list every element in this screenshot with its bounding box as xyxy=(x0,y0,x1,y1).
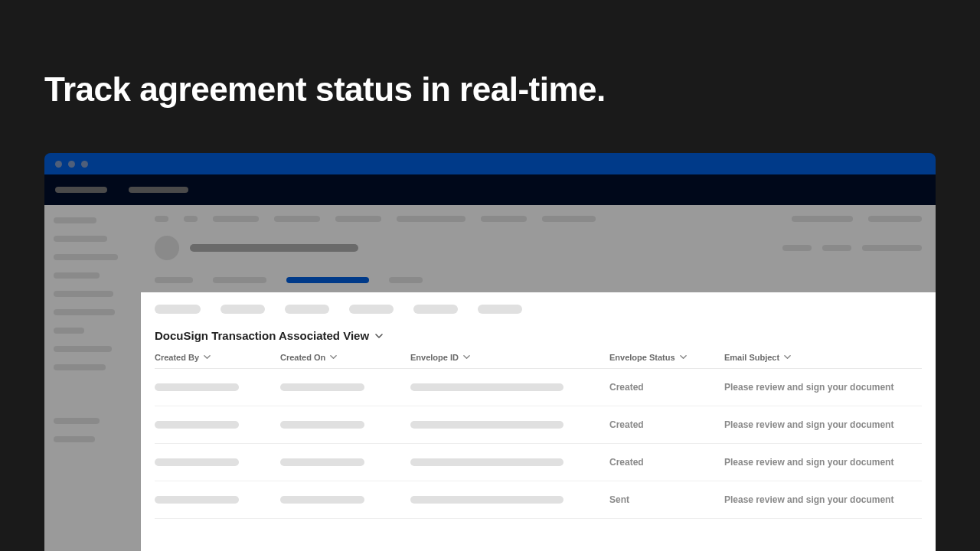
sidebar-item[interactable] xyxy=(54,236,107,242)
page-headline: Track agreement status in real-time. xyxy=(0,0,980,109)
sidebar-item[interactable] xyxy=(54,346,112,352)
breadcrumb-item[interactable] xyxy=(274,216,320,222)
breadcrumb-item[interactable] xyxy=(397,216,466,222)
cell-subject: Please review and sign your document xyxy=(724,457,922,468)
app-bar-item[interactable] xyxy=(129,187,188,193)
col-label: Envelope ID xyxy=(410,353,459,362)
col-header-created-on[interactable]: Created On xyxy=(280,353,410,362)
minimize-icon[interactable] xyxy=(68,161,75,168)
col-header-created-by[interactable]: Created By xyxy=(155,353,280,362)
view-selector-label[interactable]: DocuSign Transaction Associated View xyxy=(155,329,369,342)
breadcrumb-item[interactable] xyxy=(184,216,198,222)
table-row[interactable]: Sent Please review and sign your documen… xyxy=(155,481,922,519)
col-header-envelope-status[interactable]: Envelope Status xyxy=(609,353,724,362)
app-window: DocuSign Transaction Associated View Cre… xyxy=(44,153,936,551)
record-title xyxy=(190,244,358,252)
sidebar-item[interactable] xyxy=(54,418,100,424)
sidebar-item[interactable] xyxy=(54,364,106,370)
sidebar-item[interactable] xyxy=(54,328,84,334)
cell-placeholder xyxy=(155,421,239,429)
chevron-down-icon xyxy=(784,354,792,361)
tab[interactable] xyxy=(389,277,423,283)
record-tabs xyxy=(155,277,922,283)
breadcrumb-item[interactable] xyxy=(335,216,381,222)
app-top-bar xyxy=(44,174,936,205)
table-row[interactable]: Created Please review and sign your docu… xyxy=(155,369,922,406)
col-label: Envelope Status xyxy=(609,353,675,362)
cell-placeholder xyxy=(410,458,564,466)
col-header-envelope-id[interactable]: Envelope ID xyxy=(410,353,609,362)
sidebar-item[interactable] xyxy=(54,309,115,315)
tab[interactable] xyxy=(213,277,266,283)
sidebar-item[interactable] xyxy=(54,291,113,297)
col-label: Email Subject xyxy=(724,353,779,362)
chevron-down-icon xyxy=(330,354,338,361)
record-header-area xyxy=(141,205,936,292)
filter-pill[interactable] xyxy=(478,305,522,314)
cell-placeholder xyxy=(280,458,364,466)
app-bar-item[interactable] xyxy=(55,187,107,193)
tab[interactable] xyxy=(155,277,193,283)
action-button[interactable] xyxy=(862,245,922,251)
window-title-bar xyxy=(44,153,936,174)
action-button[interactable] xyxy=(822,245,851,251)
table-row[interactable]: Created Please review and sign your docu… xyxy=(155,444,922,481)
col-header-email-subject[interactable]: Email Subject xyxy=(724,353,922,362)
cell-placeholder xyxy=(410,383,564,391)
table-row[interactable]: Created Please review and sign your docu… xyxy=(155,406,922,444)
cell-placeholder xyxy=(410,496,564,504)
filter-pill[interactable] xyxy=(349,305,394,314)
sidebar-item[interactable] xyxy=(54,436,95,442)
col-label: Created On xyxy=(280,353,325,362)
breadcrumb-item[interactable] xyxy=(481,216,527,222)
cell-status: Sent xyxy=(609,494,724,505)
sidebar xyxy=(44,205,141,551)
action-button[interactable] xyxy=(782,245,812,251)
filter-pill[interactable] xyxy=(220,305,265,314)
sidebar-item[interactable] xyxy=(54,272,100,279)
record-avatar xyxy=(155,236,179,260)
cell-subject: Please review and sign your document xyxy=(724,494,922,505)
filter-pill[interactable] xyxy=(285,305,329,314)
cell-status: Created xyxy=(609,382,724,393)
action-item[interactable] xyxy=(792,216,853,222)
cell-placeholder xyxy=(280,383,364,391)
maximize-icon[interactable] xyxy=(81,161,88,168)
action-item[interactable] xyxy=(868,216,922,222)
cell-subject: Please review and sign your document xyxy=(724,419,922,430)
close-icon[interactable] xyxy=(55,161,62,168)
chevron-down-icon xyxy=(463,354,471,361)
cell-placeholder xyxy=(155,383,239,391)
cell-placeholder xyxy=(155,496,239,504)
col-label: Created By xyxy=(155,353,199,362)
chevron-down-icon xyxy=(204,354,211,361)
filter-pill[interactable] xyxy=(413,305,458,314)
cell-subject: Please review and sign your document xyxy=(724,382,922,393)
transactions-table: Created By Created On Envelope ID E xyxy=(155,353,922,519)
chevron-down-icon[interactable] xyxy=(375,332,383,340)
cell-status: Created xyxy=(609,457,724,468)
chevron-down-icon xyxy=(680,354,688,361)
breadcrumb-item[interactable] xyxy=(542,216,596,222)
cell-placeholder xyxy=(410,421,564,429)
tab-active[interactable] xyxy=(286,277,369,283)
sidebar-item[interactable] xyxy=(54,217,96,223)
sidebar-item[interactable] xyxy=(54,254,118,260)
breadcrumb-item[interactable] xyxy=(155,216,168,222)
cell-placeholder xyxy=(280,496,364,504)
cell-placeholder xyxy=(280,421,364,429)
breadcrumb-item[interactable] xyxy=(213,216,259,222)
filter-pill[interactable] xyxy=(155,305,201,314)
cell-status: Created xyxy=(609,419,724,430)
cell-placeholder xyxy=(155,458,239,466)
related-list-panel: DocuSign Transaction Associated View Cre… xyxy=(141,292,936,551)
